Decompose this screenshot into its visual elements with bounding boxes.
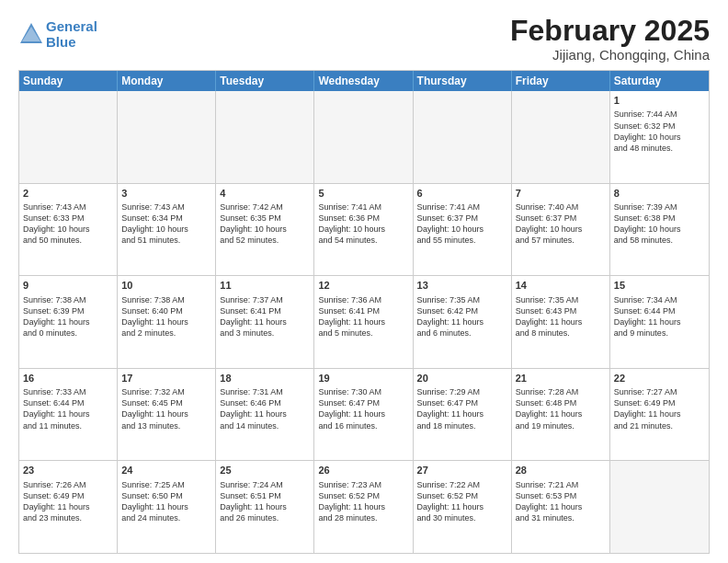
calendar-cell: 11Sunrise: 7:37 AM Sunset: 6:41 PM Dayli… — [216, 276, 314, 368]
day-info: Sunrise: 7:37 AM Sunset: 6:41 PM Dayligh… — [220, 294, 310, 339]
day-info: Sunrise: 7:43 AM Sunset: 6:33 PM Dayligh… — [23, 201, 113, 247]
day-info: Sunrise: 7:40 AM Sunset: 6:37 PM Dayligh… — [516, 201, 606, 247]
day-number: 19 — [318, 372, 408, 385]
day-info: Sunrise: 7:44 AM Sunset: 6:32 PM Dayligh… — [614, 109, 705, 154]
weekday-header-monday: Monday — [118, 71, 216, 91]
day-number: 17 — [121, 372, 211, 385]
calendar-cell: 22Sunrise: 7:27 AM Sunset: 6:49 PM Dayli… — [610, 369, 709, 461]
logo-text: General Blue — [46, 18, 97, 50]
day-info: Sunrise: 7:24 AM Sunset: 6:51 PM Dayligh… — [220, 479, 310, 524]
calendar-cell: 7Sunrise: 7:40 AM Sunset: 6:37 PM Daylig… — [512, 184, 610, 276]
calendar-row-4: 16Sunrise: 7:33 AM Sunset: 6:44 PM Dayli… — [19, 368, 709, 461]
calendar-cell: 12Sunrise: 7:36 AM Sunset: 6:41 PM Dayli… — [314, 276, 413, 368]
calendar-cell: 4Sunrise: 7:42 AM Sunset: 6:35 PM Daylig… — [216, 184, 314, 276]
day-number: 7 — [516, 187, 606, 200]
weekday-header-wednesday: Wednesday — [314, 71, 413, 91]
calendar-row-5: 23Sunrise: 7:26 AM Sunset: 6:49 PM Dayli… — [19, 460, 709, 553]
day-number: 11 — [220, 279, 310, 292]
day-number: 16 — [23, 372, 113, 385]
day-info: Sunrise: 7:31 AM Sunset: 6:46 PM Dayligh… — [220, 386, 310, 431]
day-info: Sunrise: 7:35 AM Sunset: 6:42 PM Dayligh… — [417, 294, 507, 339]
day-info: Sunrise: 7:23 AM Sunset: 6:52 PM Dayligh… — [318, 479, 408, 524]
calendar-cell: 15Sunrise: 7:34 AM Sunset: 6:44 PM Dayli… — [610, 276, 709, 368]
calendar-cell — [118, 91, 216, 183]
calendar-cell: 3Sunrise: 7:43 AM Sunset: 6:34 PM Daylig… — [118, 184, 216, 276]
day-number: 10 — [121, 279, 211, 292]
day-info: Sunrise: 7:39 AM Sunset: 6:38 PM Dayligh… — [614, 201, 705, 247]
calendar-cell — [414, 91, 512, 183]
calendar-cell: 17Sunrise: 7:32 AM Sunset: 6:45 PM Dayli… — [118, 369, 216, 461]
calendar-cell: 1Sunrise: 7:44 AM Sunset: 6:32 PM Daylig… — [610, 91, 709, 183]
day-info: Sunrise: 7:34 AM Sunset: 6:44 PM Dayligh… — [614, 294, 705, 339]
day-info: Sunrise: 7:25 AM Sunset: 6:50 PM Dayligh… — [121, 479, 211, 524]
day-info: Sunrise: 7:21 AM Sunset: 6:53 PM Dayligh… — [516, 479, 606, 524]
calendar-cell — [216, 91, 314, 183]
weekday-header-saturday: Saturday — [610, 71, 709, 91]
calendar-cell: 25Sunrise: 7:24 AM Sunset: 6:51 PM Dayli… — [216, 461, 314, 553]
day-number: 3 — [121, 187, 211, 200]
day-info: Sunrise: 7:38 AM Sunset: 6:39 PM Dayligh… — [23, 294, 113, 339]
calendar-cell: 10Sunrise: 7:38 AM Sunset: 6:40 PM Dayli… — [118, 276, 216, 368]
weekday-header-friday: Friday — [512, 71, 610, 91]
calendar-body: 1Sunrise: 7:44 AM Sunset: 6:32 PM Daylig… — [19, 91, 709, 553]
day-info: Sunrise: 7:38 AM Sunset: 6:40 PM Dayligh… — [121, 294, 211, 339]
calendar-header: SundayMondayTuesdayWednesdayThursdayFrid… — [19, 71, 709, 91]
calendar: SundayMondayTuesdayWednesdayThursdayFrid… — [18, 70, 710, 554]
day-info: Sunrise: 7:26 AM Sunset: 6:49 PM Dayligh… — [23, 479, 113, 524]
day-info: Sunrise: 7:42 AM Sunset: 6:35 PM Dayligh… — [220, 201, 310, 247]
day-number: 8 — [614, 187, 705, 200]
weekday-header-sunday: Sunday — [19, 71, 118, 91]
day-number: 4 — [220, 187, 310, 200]
day-info: Sunrise: 7:41 AM Sunset: 6:36 PM Dayligh… — [318, 201, 408, 247]
header: General Blue February 2025 Jijiang, Chon… — [18, 15, 710, 63]
calendar-cell: 13Sunrise: 7:35 AM Sunset: 6:42 PM Dayli… — [414, 276, 512, 368]
day-info: Sunrise: 7:22 AM Sunset: 6:52 PM Dayligh… — [417, 479, 507, 524]
day-number: 13 — [417, 279, 507, 292]
calendar-cell: 18Sunrise: 7:31 AM Sunset: 6:46 PM Dayli… — [216, 369, 314, 461]
calendar-cell: 16Sunrise: 7:33 AM Sunset: 6:44 PM Dayli… — [19, 369, 118, 461]
day-number: 23 — [23, 464, 113, 477]
day-number: 22 — [614, 372, 705, 385]
day-info: Sunrise: 7:27 AM Sunset: 6:49 PM Dayligh… — [614, 386, 705, 431]
page: General Blue February 2025 Jijiang, Chon… — [0, 0, 728, 563]
day-number: 21 — [516, 372, 606, 385]
month-title: February 2025 — [510, 15, 710, 47]
calendar-cell: 9Sunrise: 7:38 AM Sunset: 6:39 PM Daylig… — [19, 276, 118, 368]
day-number: 20 — [417, 372, 507, 385]
day-number: 25 — [220, 464, 310, 477]
calendar-cell: 19Sunrise: 7:30 AM Sunset: 6:47 PM Dayli… — [314, 369, 413, 461]
logo: General Blue — [18, 18, 97, 50]
day-info: Sunrise: 7:43 AM Sunset: 6:34 PM Dayligh… — [121, 201, 211, 247]
day-info: Sunrise: 7:32 AM Sunset: 6:45 PM Dayligh… — [121, 386, 211, 431]
calendar-cell: 5Sunrise: 7:41 AM Sunset: 6:36 PM Daylig… — [314, 184, 413, 276]
day-info: Sunrise: 7:36 AM Sunset: 6:41 PM Dayligh… — [318, 294, 408, 339]
location: Jijiang, Chongqing, China — [510, 47, 710, 63]
day-number: 27 — [417, 464, 507, 477]
calendar-row-2: 2Sunrise: 7:43 AM Sunset: 6:33 PM Daylig… — [19, 183, 709, 276]
day-info: Sunrise: 7:30 AM Sunset: 6:47 PM Dayligh… — [318, 386, 408, 431]
calendar-row-1: 1Sunrise: 7:44 AM Sunset: 6:32 PM Daylig… — [19, 91, 709, 183]
calendar-cell: 28Sunrise: 7:21 AM Sunset: 6:53 PM Dayli… — [512, 461, 610, 553]
calendar-cell: 20Sunrise: 7:29 AM Sunset: 6:47 PM Dayli… — [414, 369, 512, 461]
weekday-header-thursday: Thursday — [414, 71, 512, 91]
title-block: February 2025 Jijiang, Chongqing, China — [510, 15, 710, 63]
weekday-header-tuesday: Tuesday — [216, 71, 314, 91]
day-number: 5 — [318, 187, 408, 200]
day-info: Sunrise: 7:41 AM Sunset: 6:37 PM Dayligh… — [417, 201, 507, 247]
calendar-cell — [19, 91, 118, 183]
day-number: 18 — [220, 372, 310, 385]
day-number: 15 — [614, 279, 705, 292]
day-info: Sunrise: 7:29 AM Sunset: 6:47 PM Dayligh… — [417, 386, 507, 431]
calendar-cell: 6Sunrise: 7:41 AM Sunset: 6:37 PM Daylig… — [414, 184, 512, 276]
calendar-cell: 21Sunrise: 7:28 AM Sunset: 6:48 PM Dayli… — [512, 369, 610, 461]
logo-icon — [18, 21, 44, 47]
day-info: Sunrise: 7:35 AM Sunset: 6:43 PM Dayligh… — [516, 294, 606, 339]
calendar-cell: 27Sunrise: 7:22 AM Sunset: 6:52 PM Dayli… — [414, 461, 512, 553]
calendar-cell: 14Sunrise: 7:35 AM Sunset: 6:43 PM Dayli… — [512, 276, 610, 368]
day-number: 28 — [516, 464, 606, 477]
day-info: Sunrise: 7:28 AM Sunset: 6:48 PM Dayligh… — [516, 386, 606, 431]
day-number: 24 — [121, 464, 211, 477]
calendar-cell: 23Sunrise: 7:26 AM Sunset: 6:49 PM Dayli… — [19, 461, 118, 553]
calendar-row-3: 9Sunrise: 7:38 AM Sunset: 6:39 PM Daylig… — [19, 275, 709, 368]
day-info: Sunrise: 7:33 AM Sunset: 6:44 PM Dayligh… — [23, 386, 113, 431]
